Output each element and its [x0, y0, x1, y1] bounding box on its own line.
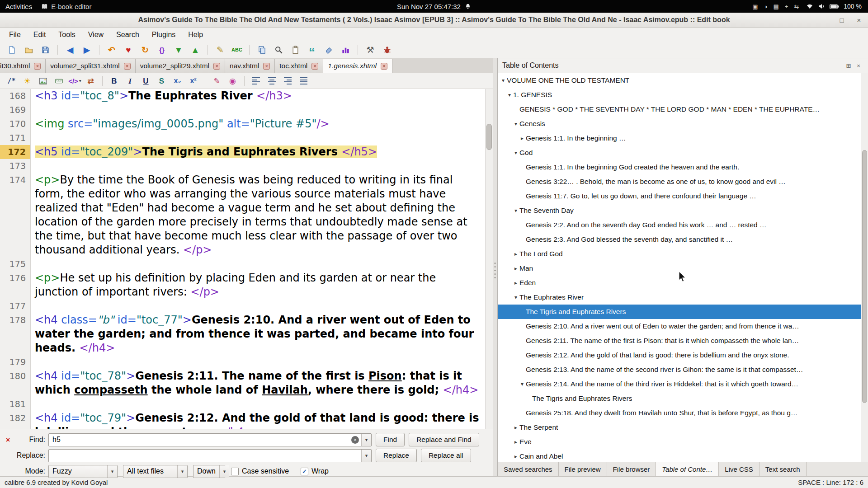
dock-tab-text-search[interactable]: Text search — [760, 462, 807, 476]
maximize-button[interactable]: □ — [837, 16, 846, 24]
align-right-icon[interactable] — [282, 75, 294, 87]
expand-arrow-icon[interactable]: ▸ — [512, 280, 519, 286]
arrow-up-icon[interactable]: ▲ — [189, 43, 202, 56]
editor-scrollbar-thumb[interactable] — [486, 124, 492, 150]
toc-item[interactable]: ▾The Euphrates River — [498, 290, 861, 305]
clock-menu[interactable]: Sun Nov 27 05:47:32 — [397, 0, 471, 13]
editor-scrollbar[interactable] — [485, 89, 493, 429]
insert-image-icon[interactable] — [37, 75, 49, 87]
code-editor[interactable]: 168<h3 id="toc_8">The Euphrates River </… — [0, 89, 493, 429]
menu-file[interactable]: File — [3, 29, 27, 41]
toc-item[interactable]: Genesis 2:3. And God blessed the seventh… — [498, 232, 861, 247]
code-line-181[interactable]: 181 — [0, 397, 485, 411]
spell-check-icon[interactable]: ABC — [231, 43, 243, 56]
code-line-174[interactable]: 174<p>By the time the Book of Genesis wa… — [0, 173, 485, 257]
superscript-icon[interactable]: x² — [187, 75, 199, 87]
expand-arrow-icon[interactable]: ▸ — [512, 424, 519, 431]
code-line-177[interactable]: 177 — [0, 299, 485, 313]
menu-help[interactable]: Help — [182, 29, 209, 41]
toc-item[interactable]: ▾1. GENESIS — [498, 88, 861, 102]
code-line-179[interactable]: 179 — [0, 355, 485, 369]
wrap-box[interactable]: ✓ — [301, 468, 308, 475]
health-applet-icon[interactable]: + — [785, 3, 788, 10]
case-sensitive-box[interactable] — [231, 468, 239, 475]
bulb-icon[interactable]: ☀ — [21, 75, 33, 87]
dock-tab-live-css[interactable]: Live CSS — [719, 462, 760, 476]
toc-scrollbar[interactable] — [861, 73, 868, 462]
tab-close-icon[interactable]: × — [34, 63, 41, 70]
replace-all-button[interactable]: Replace all — [421, 449, 471, 462]
file-tab-volume2-split29-xhtml[interactable]: volume2_split29.xhtml× — [136, 59, 225, 73]
close-button[interactable]: × — [854, 16, 863, 24]
donate-heart-icon[interactable]: ♥ — [122, 43, 135, 56]
forward-icon[interactable]: ▶ — [80, 43, 93, 56]
code-line-176[interactable]: 176<p>He set up his definition by placin… — [0, 271, 485, 299]
dock-tab-file-preview[interactable]: File preview — [559, 462, 607, 476]
toc-item[interactable]: ▾Genesis — [498, 117, 861, 131]
toc-item[interactable]: ▸Genesis 1:1. In the beginning … — [498, 131, 861, 145]
menu-search[interactable]: Search — [110, 29, 146, 41]
toc-item[interactable]: Genesis 11:7. Go to, let us go down, and… — [498, 189, 861, 203]
expand-arrow-icon[interactable]: ▸ — [512, 251, 519, 257]
search-book-icon[interactable] — [272, 43, 285, 56]
toc-item[interactable]: ▸Cain and Abel — [498, 449, 861, 462]
toc-item[interactable]: ▸The Serpent — [498, 420, 861, 435]
code-line-175[interactable]: 175 — [0, 257, 485, 271]
activities-button[interactable]: Activities — [5, 3, 32, 10]
toc-item[interactable]: Genesis 2:2. And on the seventh day God … — [498, 218, 861, 232]
toc-item[interactable]: ▾VOLUME ONE THE OLD TESTAMENT — [498, 73, 861, 88]
open-book-icon[interactable] — [22, 43, 35, 56]
toc-item[interactable]: ▸Eve — [498, 435, 861, 449]
clear-find-icon[interactable]: × — [351, 436, 359, 444]
background-color-icon[interactable]: ◉ — [226, 75, 239, 87]
toc-item[interactable]: The Tigris and Euphrates Rivers — [498, 305, 861, 319]
replace-button[interactable]: Replace — [376, 449, 417, 462]
keyboard-indicator-icon[interactable]: ⇆ — [794, 3, 799, 10]
code-line-168[interactable]: 168<h3 id="toc_8">The Euphrates River </… — [0, 89, 485, 103]
new-file-icon[interactable] — [5, 43, 18, 56]
align-left-icon[interactable] — [250, 75, 262, 87]
case-sensitive-checkbox[interactable]: Case sensitive — [231, 467, 289, 475]
italic-icon[interactable]: I — [124, 75, 136, 87]
insert-tag-icon[interactable]: </>▾ — [69, 75, 81, 87]
close-panel-icon[interactable]: × — [854, 62, 863, 69]
eraser-icon[interactable] — [322, 43, 335, 56]
toc-item[interactable]: Genesis 2:10. And a river went out of Ed… — [498, 319, 861, 333]
mode-select[interactable]: Fuzzy ▾ — [48, 465, 118, 478]
tools-icon[interactable]: ⚒ — [364, 43, 377, 56]
window-titlebar[interactable]: Asimov's Guide To The Bible The Old And … — [0, 13, 868, 28]
clipboard-manager-icon[interactable]: ▤ — [774, 3, 779, 10]
expand-arrow-icon[interactable]: ▸ — [512, 453, 519, 460]
undo-icon[interactable]: ↶ — [105, 43, 118, 56]
scope-select[interactable]: All text files ▾ — [123, 465, 188, 478]
file-tab-1-genesis-xhtml[interactable]: 1.genesis.xhtml× — [323, 59, 392, 73]
replace-input[interactable]: ▾ — [48, 449, 372, 462]
color-manager-icon[interactable]: ◑ — [764, 3, 768, 10]
pane-splitter[interactable] — [493, 58, 497, 476]
tab-close-icon[interactable]: × — [213, 63, 220, 70]
splitter-handle[interactable] — [495, 263, 496, 278]
tab-close-icon[interactable]: × — [381, 63, 387, 70]
align-center-icon[interactable] — [266, 75, 278, 87]
toc-item[interactable]: ▾God — [498, 145, 861, 160]
find-input-value[interactable]: h5 — [49, 436, 351, 444]
arrow-down-icon[interactable]: ▼ — [172, 43, 185, 56]
report-icon[interactable] — [289, 43, 302, 56]
float-panel-icon[interactable]: ⊞ — [844, 62, 854, 69]
quotes-icon[interactable]: “ — [306, 43, 318, 56]
find-button[interactable]: Find — [376, 433, 405, 446]
expand-arrow-icon[interactable]: ▸ — [512, 439, 519, 445]
code-line-178[interactable]: 178<h4 class="b" id="toc_77">Genesis 2:1… — [0, 313, 485, 355]
expand-arrow-icon[interactable]: ▸ — [512, 265, 519, 272]
replace-history-dropdown-icon[interactable]: ▾ — [361, 450, 371, 462]
file-tab-nav-xhtml[interactable]: nav.xhtml× — [225, 59, 275, 73]
menu-edit[interactable]: Edit — [27, 29, 52, 41]
toc-item[interactable]: Genesis 2:13. And the name of the second… — [498, 362, 861, 377]
bold-icon[interactable]: B — [108, 75, 120, 87]
toc-item[interactable]: Genesis 25:18. And they dwelt from Havil… — [498, 406, 861, 420]
close-find-icon[interactable]: × — [6, 436, 10, 444]
snippet-icon[interactable]: /* — [5, 75, 18, 87]
file-tab-volume2-split31-xhtml[interactable]: volume2_split31.xhtml× — [46, 59, 135, 73]
collapse-arrow-icon[interactable]: ▾ — [512, 294, 519, 300]
toc-item[interactable]: The Tigris and Euphrates Rivers — [498, 391, 861, 406]
